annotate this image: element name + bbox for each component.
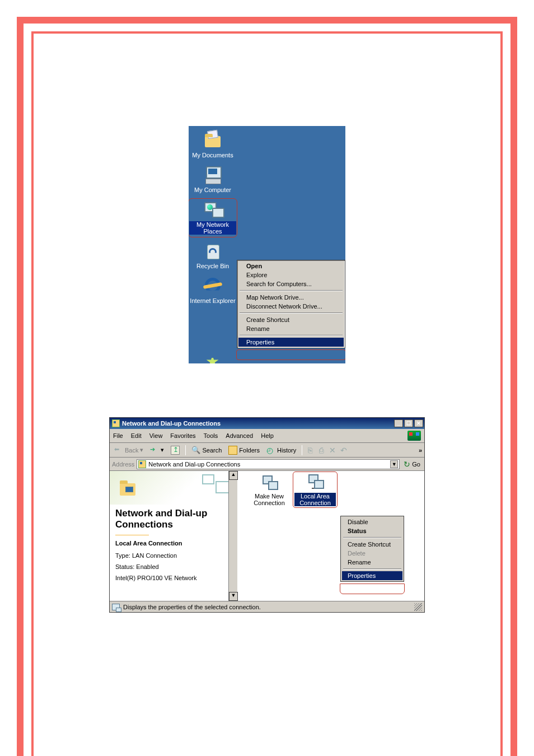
info-pane-heading: Network and Dial-up Connections	[115, 508, 231, 530]
go-button[interactable]: ↻ Go	[402, 460, 422, 469]
scroll-up-button[interactable]: ▲	[229, 471, 238, 480]
menu-edit[interactable]: Edit	[131, 432, 142, 439]
context-menu-item-explore[interactable]: Explore	[238, 270, 344, 279]
annotation-highlight	[236, 349, 345, 360]
up-folder-icon	[171, 446, 180, 455]
context-menu-item-disable[interactable]: Disable	[342, 517, 402, 526]
context-menu-item-create-shortcut[interactable]: Create Shortcut	[238, 315, 344, 324]
star-glimpse-icon	[205, 358, 220, 363]
context-menu-separator	[343, 537, 401, 538]
search-button[interactable]: Search	[189, 445, 224, 456]
icon-local-area-connection[interactable]: Local Area Connection	[293, 472, 337, 507]
context-menu: Disable Status Create Shortcut Delete Re…	[340, 516, 404, 582]
desktop-screenshot: My Documents My Computer My Network Plac…	[189, 126, 345, 363]
folders-button[interactable]: Folders	[226, 445, 262, 456]
context-menu-item-rename[interactable]: Rename	[342, 558, 402, 567]
menu-tools[interactable]: Tools	[204, 432, 218, 439]
ie-icon	[203, 276, 222, 295]
menu-favorites[interactable]: Favorites	[170, 432, 195, 439]
back-button[interactable]: Back ▾	[112, 445, 146, 456]
minimize-button[interactable]: _	[394, 419, 403, 427]
icon-label: My Computer	[189, 186, 236, 193]
desktop-icon-recycle-bin[interactable]: Recycle Bin	[189, 240, 237, 272]
info-pane-graphic	[110, 471, 237, 505]
app-icon	[112, 419, 120, 427]
toolbar-separator	[302, 445, 302, 455]
forward-arrow-icon	[150, 446, 159, 455]
context-menu-separator	[240, 312, 343, 314]
context-menu-item-properties[interactable]: Properties	[238, 338, 344, 347]
forward-button[interactable]: ▾	[148, 445, 166, 456]
address-text: Network and Dial-up Connections	[148, 461, 388, 468]
status-icon	[112, 604, 120, 610]
icon-caption: Local Area Connection	[294, 493, 336, 506]
context-menu-item-rename[interactable]: Rename	[238, 324, 344, 333]
folders-icon	[228, 446, 237, 455]
computer-icon	[203, 165, 222, 184]
search-icon	[191, 446, 200, 455]
info-pane-subheading: Local Area Connection	[115, 540, 231, 547]
desktop-icon-my-computer[interactable]: My Computer	[189, 164, 237, 195]
menu-help[interactable]: Help	[261, 432, 274, 439]
icon-caption: Make New Connection	[247, 493, 291, 506]
context-menu-item-properties[interactable]: Properties	[342, 571, 402, 580]
menu-advanced[interactable]: Advanced	[226, 432, 253, 439]
info-pane-type: Type: LAN Connection	[115, 552, 231, 559]
context-menu-separator	[240, 335, 343, 336]
scroll-down-button[interactable]: ▼	[229, 592, 238, 601]
delete-icon[interactable]: ✕	[328, 446, 337, 455]
toolbar-separator	[185, 445, 186, 455]
toolbar: Back ▾ ▾ Search Folders History	[110, 443, 424, 458]
chevron-down-icon: ▾	[140, 446, 143, 454]
resize-grip[interactable]	[414, 603, 422, 611]
context-menu-item-create-shortcut[interactable]: Create Shortcut	[342, 540, 402, 549]
up-button[interactable]	[168, 445, 182, 456]
move-to-icon[interactable]: ⎘	[306, 446, 315, 455]
icon-label: Internet Explorer	[189, 297, 236, 304]
close-button[interactable]: ✕	[414, 419, 423, 427]
lan-connection-icon	[306, 473, 324, 491]
info-pane-status: Status: Enabled	[115, 563, 231, 570]
desktop-icon-internet-explorer[interactable]: Internet Explorer	[189, 275, 237, 306]
window-title: Network and Dial-up Connections	[122, 420, 394, 427]
menu-file[interactable]: File	[113, 432, 123, 439]
client-area: Network and Dial-up Connections Local Ar…	[110, 471, 424, 601]
explorer-window: Network and Dial-up Connections _ ☐ ✕ Fi…	[109, 417, 425, 613]
context-menu-item-delete[interactable]: Delete	[342, 549, 402, 558]
back-arrow-icon	[114, 446, 123, 455]
address-label: Address	[112, 461, 134, 468]
info-pane: Network and Dial-up Connections Local Ar…	[110, 471, 237, 601]
context-menu-item-map-drive[interactable]: Map Network Drive...	[238, 293, 344, 302]
history-icon	[266, 446, 275, 455]
icon-label: My Network Places	[189, 221, 236, 235]
menu-bar: File Edit View Favorites Tools Advanced …	[110, 429, 424, 443]
info-pane-divider	[115, 535, 149, 535]
context-menu-item-open[interactable]: Open	[238, 262, 344, 270]
recycle-bin-icon	[203, 241, 222, 260]
toolbar-overflow-button[interactable]: »	[419, 447, 422, 454]
title-bar[interactable]: Network and Dial-up Connections _ ☐ ✕	[110, 418, 424, 429]
chevron-down-icon: ▾	[161, 446, 164, 454]
undo-icon[interactable]: ↶	[339, 446, 348, 455]
address-dropdown-button[interactable]: ▼	[390, 460, 398, 468]
context-menu-separator	[240, 290, 343, 291]
context-menu-item-search[interactable]: Search for Computers...	[238, 279, 344, 288]
desktop-icon-my-documents[interactable]: My Documents	[189, 129, 237, 161]
maximize-button[interactable]: ☐	[404, 419, 413, 427]
history-button[interactable]: History	[264, 445, 298, 456]
context-menu-separator	[343, 568, 401, 570]
address-icon	[138, 460, 146, 468]
icon-make-new-connection[interactable]: Make New Connection	[247, 473, 291, 506]
context-menu-item-status[interactable]: Status	[342, 526, 402, 535]
address-field[interactable]: Network and Dial-up Connections ▼	[137, 459, 400, 469]
copy-to-icon[interactable]: ⎙	[317, 446, 326, 455]
status-bar: Displays the properties of the selected …	[110, 601, 424, 612]
context-menu: Open Explore Search for Computers... Map…	[237, 260, 345, 348]
context-menu-item-disconnect-drive[interactable]: Disconnect Network Drive...	[238, 302, 344, 311]
status-text: Displays the properties of the selected …	[123, 604, 261, 610]
menu-view[interactable]: View	[149, 432, 163, 439]
info-pane-adapter: Intel(R) PRO/100 VE Network	[115, 575, 231, 581]
go-arrow-icon: ↻	[404, 460, 410, 469]
scrollbar[interactable]: ▲ ▼	[228, 471, 237, 601]
desktop-icon-my-network-places[interactable]: My Network Places	[189, 199, 237, 237]
